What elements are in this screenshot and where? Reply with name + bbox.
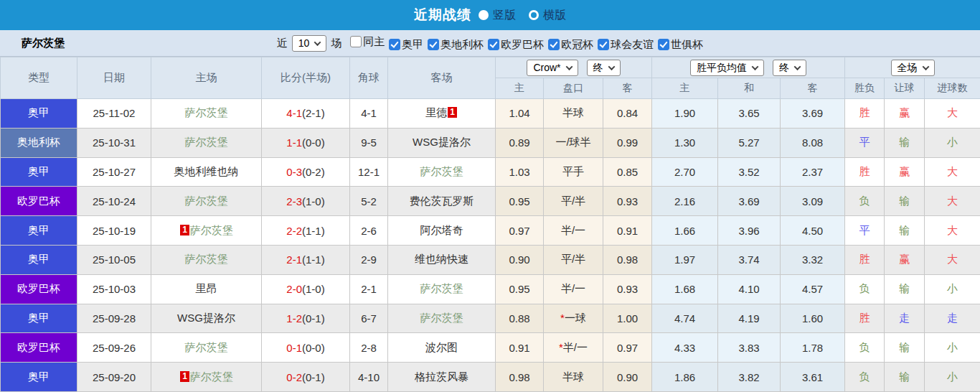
crow-away-odds-cell: 0.98 [603, 245, 652, 274]
home-team-cell: 奥地利维也纳 [151, 157, 262, 187]
checkbox-checked-icon[interactable] [598, 39, 609, 50]
corners-cell: 9-5 [350, 128, 388, 157]
score-cell: 0-1(0-0) [262, 333, 350, 363]
goals-result-cell: 小 [925, 333, 980, 363]
away-team-cell: WSG提洛尔 [388, 128, 496, 157]
filterbar: 萨尔茨堡 近 10 场 同主奥甲奥地利杯欧罗巴杯欧冠杯球会友谊世俱杯 [0, 30, 980, 57]
odds-time-select-2[interactable]: 终 [773, 60, 806, 76]
half-score: (1-0) [302, 283, 325, 295]
wdl-result-cell: 胜 [845, 304, 885, 333]
layout-radio-selected[interactable]: 竖版 [479, 8, 516, 23]
crow-home-odds-cell: 0.95 [496, 274, 544, 304]
table-row: 奥地利杯25-10-31萨尔茨堡1-1(0-0)9-5WSG提洛尔0.89一/球… [1, 128, 980, 157]
avg-draw-cell: 3.82 [718, 363, 781, 392]
avg-odds-select[interactable]: 胜平负均值 [690, 60, 764, 76]
checkbox-label: 同主 [363, 35, 385, 49]
full-score: 0-2 [286, 371, 302, 383]
handicap-label: 一球 [565, 312, 586, 324]
date-cell: 25-09-26 [77, 333, 151, 363]
checkbox-checked-icon[interactable] [658, 39, 669, 50]
avg-away-cell: 3.09 [781, 187, 845, 216]
avg-home-cell: 1.97 [652, 245, 718, 274]
avg-draw-cell: 4.19 [718, 304, 781, 333]
handicap-result-cell: 赢 [885, 99, 925, 129]
team-label: 萨尔茨堡 [420, 312, 463, 324]
crow-home-odds-cell: 0.91 [496, 333, 544, 363]
date-cell: 25-10-19 [77, 216, 151, 246]
team-label: 萨尔茨堡 [185, 195, 228, 207]
handicap-result-cell: 输 [885, 216, 925, 246]
match-count-select[interactable]: 10 [292, 35, 327, 52]
score-cell: 2-3(1-0) [262, 187, 350, 216]
chevron-down-icon [314, 39, 321, 46]
filter-checkbox-item: 同主 [350, 35, 385, 49]
checkbox-checked-icon[interactable] [548, 39, 560, 50]
home-team-cell: 萨尔茨堡 [151, 187, 262, 216]
crow-away-odds-cell: 0.90 [603, 363, 652, 392]
handicap-cell: *一球 [544, 304, 603, 333]
away-team-cell: 维也纳快速 [388, 245, 496, 274]
wdl-result-cell: 负 [845, 333, 885, 363]
handicap-cell: *半/一 [544, 333, 603, 363]
handicap-result-cell: 输 [885, 128, 925, 157]
page-title: 近期战绩 [414, 6, 471, 24]
away-team-cell: 萨尔茨堡 [388, 157, 496, 187]
filter-checkbox-item: 欧罗巴杯 [488, 38, 544, 52]
handicap-cell: 一/球半 [544, 128, 603, 157]
corners-cell: 2-1 [350, 274, 388, 304]
goals-result-cell: 走 [925, 304, 980, 333]
filter-checkbox-item: 球会友谊 [598, 38, 654, 52]
odds-time-select-1[interactable]: 终 [587, 60, 621, 76]
table-row: 奥甲25-09-28WSG提洛尔1-2(0-1)6-7萨尔茨堡0.88*一球1.… [1, 304, 980, 333]
avg-draw-cell: 3.83 [718, 333, 781, 363]
table-row: 欧罗巴杯25-10-03里昂2-0(1-0)2-1萨尔茨堡0.95半/一0.93… [1, 274, 980, 304]
scope-select[interactable]: 全场 [891, 60, 935, 76]
away-team-cell: 费伦茨瓦罗斯 [388, 187, 496, 216]
subcol-away-odds: 客 [603, 78, 652, 99]
corners-cell: 2-6 [350, 216, 388, 246]
layout-radio-option[interactable]: 横版 [529, 8, 566, 23]
away-team-cell: 阿尔塔奇 [388, 216, 496, 246]
checkbox-checked-icon[interactable] [389, 39, 400, 50]
card-badge: 1 [448, 107, 457, 118]
handicap-result-cell: 输 [885, 274, 925, 304]
corners-cell: 6-7 [350, 304, 388, 333]
table-header: 类型 日期 主场 比分(半场) 角球 客场 Crow* 终 [1, 57, 980, 99]
bookmaker-select[interactable]: Crow* [527, 60, 578, 76]
col-header-home: 主场 [151, 57, 262, 99]
home-team-cell: WSG提洛尔 [151, 304, 262, 333]
full-score: 1-2 [286, 312, 302, 325]
date-cell: 25-11-02 [77, 99, 151, 129]
avg-home-cell: 4.74 [652, 304, 718, 333]
full-score: 2-1 [286, 253, 302, 266]
match-type-cell: 奥甲 [1, 304, 77, 333]
avg-home-cell: 1.90 [652, 99, 718, 129]
away-team-cell: 波尔图 [388, 333, 496, 363]
crow-home-odds-cell: 0.97 [496, 216, 544, 246]
checkbox-checked-icon[interactable] [428, 39, 439, 50]
radio-selected-icon[interactable] [479, 10, 489, 20]
wdl-result-cell: 胜 [845, 99, 885, 129]
checkbox-unchecked-icon[interactable] [350, 36, 362, 47]
filter-checkbox-item: 世俱杯 [658, 38, 703, 52]
scope-header: 全场 [845, 57, 980, 78]
corners-cell: 4-10 [350, 363, 388, 392]
handicap-label: 半/一 [563, 341, 588, 353]
checkbox-label: 奥甲 [402, 38, 423, 52]
avg-draw-cell: 3.69 [718, 187, 781, 216]
topbar: 近期战绩 竖版横版 [0, 0, 980, 30]
table-body: 奥甲25-11-02萨尔茨堡4-1(2-1)4-1里德11.04半球0.841.… [1, 99, 980, 392]
radio-unselected-icon[interactable] [529, 10, 539, 20]
checkbox-checked-icon[interactable] [488, 39, 499, 50]
match-type-cell: 奥甲 [1, 216, 77, 246]
handicap-result-cell: 赢 [885, 245, 925, 274]
home-team-cell: 萨尔茨堡 [151, 333, 262, 363]
subcol-avg-draw: 和 [718, 78, 781, 99]
team-name: 萨尔茨堡 [22, 37, 65, 50]
avg-draw-cell: 3.74 [718, 245, 781, 274]
filter-controls: 近 10 场 同主奥甲奥地利杯欧罗巴杯欧冠杯球会友谊世俱杯 [277, 35, 704, 52]
card-badge: 1 [180, 225, 189, 235]
chevron-down-icon [565, 63, 573, 70]
goals-result-cell: 大 [925, 157, 980, 187]
handicap-cell: 半/一 [544, 216, 603, 246]
